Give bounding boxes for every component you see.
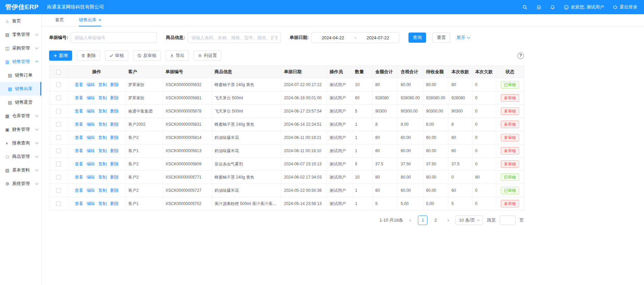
next-page-button[interactable] <box>444 216 451 225</box>
copy-link[interactable]: 复制 <box>98 122 107 127</box>
document-icon: ▤ <box>7 100 13 105</box>
sidebar-item-reports[interactable]: ◐报表查询 <box>0 136 41 150</box>
row-checkbox[interactable] <box>56 148 61 153</box>
sidebar-item-sales[interactable]: ▥销售管理 <box>0 55 41 68</box>
delete-link[interactable]: 删除 <box>110 201 119 206</box>
logout-button[interactable]: 退出登录 <box>613 4 637 10</box>
view-link[interactable]: 查看 <box>75 188 83 193</box>
copy-link[interactable]: 复制 <box>98 148 107 153</box>
edit-link[interactable]: 编辑 <box>87 162 95 166</box>
help-icon[interactable]: ? <box>517 53 524 59</box>
view-link[interactable]: 查看 <box>75 175 83 180</box>
table-body: 查看编辑复制删除罗莱家纺XSCK00000005932蜂蜜柚子茶 240g 黄色… <box>49 78 524 210</box>
row-checkbox[interactable] <box>56 188 61 193</box>
sidebar-item-retail[interactable]: ▤零售管理 <box>0 28 41 41</box>
copy-link[interactable]: 复制 <box>98 188 107 193</box>
delete-link[interactable]: 删除 <box>110 162 119 166</box>
bell-icon[interactable] <box>550 5 555 10</box>
sidebar-item-finance[interactable]: ▣财务管理 <box>0 123 41 136</box>
tab-home[interactable]: 首页 <box>55 14 64 26</box>
select-all-checkbox[interactable] <box>56 70 61 75</box>
delete-button[interactable]: 删除 <box>77 50 100 61</box>
bank-icon[interactable] <box>536 5 541 9</box>
cell-qty: 60 <box>352 91 373 105</box>
row-checkbox[interactable] <box>56 109 61 114</box>
view-link[interactable]: 查看 <box>75 135 83 140</box>
cell-qty: 5 <box>352 105 373 118</box>
search-icon[interactable] <box>523 5 528 10</box>
sidebar-item-purchase[interactable]: ◫采购管理 <box>0 41 41 55</box>
page-button-2[interactable]: 2 <box>431 216 440 225</box>
date-start-value[interactable]: 2024-04-22 <box>321 35 344 40</box>
edit-link[interactable]: 编辑 <box>87 109 95 114</box>
sidebar-item-sales-return[interactable]: ▤销售退货 <box>0 96 41 109</box>
delete-link[interactable]: 删除 <box>110 175 119 180</box>
view-link[interactable]: 查看 <box>75 109 83 114</box>
row-checkbox[interactable] <box>56 175 61 180</box>
sidebar-item-system[interactable]: ⚙系统管理 <box>0 177 41 190</box>
column-header: 本次欠款 <box>472 66 496 78</box>
export-button[interactable]: 导出 <box>165 50 189 61</box>
user-welcome[interactable]: 欢迎您, 测试用户 <box>564 4 604 10</box>
row-checkbox[interactable] <box>56 82 61 87</box>
jump-page-input[interactable] <box>500 216 515 225</box>
edit-link[interactable]: 编辑 <box>87 82 95 87</box>
copy-link[interactable]: 复制 <box>98 135 107 140</box>
edit-link[interactable]: 编辑 <box>87 96 95 100</box>
add-button[interactable]: 新增 <box>49 50 72 61</box>
date-range-picker[interactable]: 2024-04-22 ~ 2024-07-22 <box>311 32 399 43</box>
tab-sales-outbound[interactable]: 销售出库× <box>79 14 101 26</box>
view-link[interactable]: 查看 <box>75 148 83 153</box>
column-settings-button[interactable]: 列设置 <box>194 50 221 61</box>
delete-link[interactable]: 删除 <box>110 135 119 140</box>
row-checkbox[interactable] <box>56 122 61 127</box>
edit-link[interactable]: 编辑 <box>87 135 95 140</box>
copy-link[interactable]: 复制 <box>98 175 107 180</box>
delete-link[interactable]: 删除 <box>110 148 119 153</box>
copy-link[interactable]: 复制 <box>98 109 107 114</box>
view-link[interactable]: 查看 <box>75 82 83 87</box>
copy-link[interactable]: 复制 <box>98 162 107 166</box>
delete-link[interactable]: 删除 <box>110 109 119 114</box>
delete-link[interactable]: 删除 <box>110 96 119 100</box>
delete-link[interactable]: 删除 <box>110 82 119 87</box>
reset-button[interactable]: 重置 <box>432 33 450 43</box>
sidebar-item-label: 销售退货 <box>15 99 32 105</box>
expand-link[interactable]: 展开 <box>457 35 470 41</box>
row-checkbox[interactable] <box>56 96 61 100</box>
delete-link[interactable]: 删除 <box>110 122 119 127</box>
button-label: 审核 <box>115 53 124 59</box>
copy-link[interactable]: 复制 <box>98 96 107 100</box>
unaudit-button[interactable]: 反审核 <box>133 50 161 61</box>
row-checkbox[interactable] <box>56 162 61 166</box>
audit-button[interactable]: 审核 <box>105 50 128 61</box>
sidebar-item-products[interactable]: □商品管理 <box>0 150 41 163</box>
view-link[interactable]: 查看 <box>75 201 83 206</box>
sidebar-item-home[interactable]: ⌂首页 <box>0 14 41 28</box>
search-button[interactable]: 查询 <box>408 33 426 43</box>
page-button-1[interactable]: 1 <box>418 216 427 225</box>
sidebar-item-sales-order[interactable]: ▤销售订单 <box>0 68 41 82</box>
delete-link[interactable]: 删除 <box>110 188 119 193</box>
date-end-value[interactable]: 2024-07-22 <box>367 35 389 40</box>
close-icon[interactable]: × <box>98 17 101 23</box>
view-link[interactable]: 查看 <box>75 162 83 166</box>
copy-link[interactable]: 复制 <box>98 82 107 87</box>
copy-link[interactable]: 复制 <box>98 201 107 206</box>
sidebar-item-basic-data[interactable]: ▧基本资料 <box>0 163 41 177</box>
prev-page-button[interactable] <box>407 216 414 225</box>
row-checkbox[interactable] <box>56 135 61 140</box>
bill-no-input[interactable] <box>71 32 157 43</box>
row-checkbox[interactable] <box>56 201 61 206</box>
edit-link[interactable]: 编辑 <box>87 201 95 206</box>
edit-link[interactable]: 编辑 <box>87 175 95 180</box>
product-info-input[interactable] <box>188 32 281 43</box>
sidebar-item-sales-outbound[interactable]: ▤销售出库 <box>0 82 41 96</box>
page-size-select[interactable]: 10 条/页 <box>455 216 483 225</box>
view-link[interactable]: 查看 <box>75 122 83 127</box>
view-link[interactable]: 查看 <box>75 96 83 100</box>
edit-link[interactable]: 编辑 <box>87 148 95 153</box>
edit-link[interactable]: 编辑 <box>87 188 95 193</box>
edit-link[interactable]: 编辑 <box>87 122 95 127</box>
sidebar-item-warehouse[interactable]: ▦仓库管理 <box>0 109 41 123</box>
